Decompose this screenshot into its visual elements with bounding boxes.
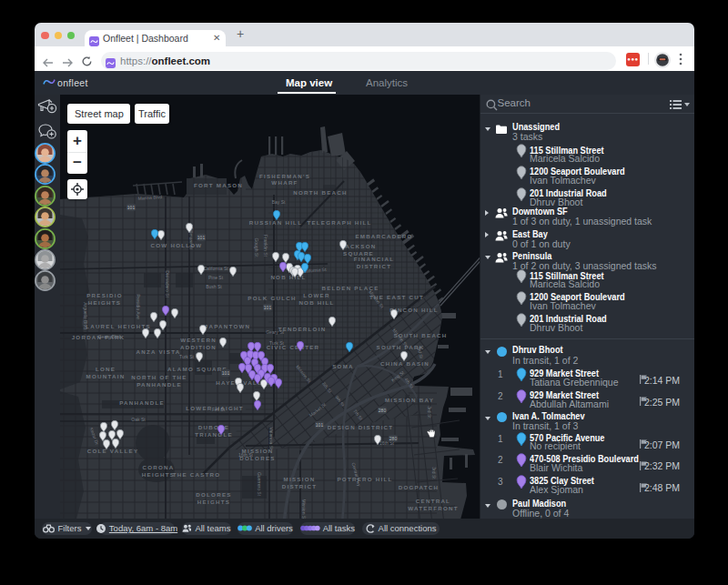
- svg-text:DISTRICT: DISTRICT: [357, 263, 392, 269]
- svg-text:101: 101: [197, 235, 206, 240]
- svg-text:280: 280: [389, 436, 398, 441]
- svg-text:TRIANGLE: TRIANGLE: [195, 431, 233, 438]
- svg-text:Bay St: Bay St: [272, 199, 286, 205]
- svg-text:FISHERMAN'S: FISHERMAN'S: [259, 173, 310, 179]
- svg-text:Geary St: Geary St: [266, 329, 284, 335]
- svg-text:DUBOCE: DUBOCE: [198, 424, 229, 430]
- svg-text:Franklin St: Franklin St: [263, 235, 268, 257]
- svg-text:RUSSIAN HILL: RUSSIAN HILL: [249, 219, 302, 226]
- svg-text:3rd St: 3rd St: [427, 406, 432, 419]
- svg-text:POLK GULCH: POLK GULCH: [248, 295, 296, 301]
- svg-text:MISSION BAY: MISSION BAY: [385, 397, 434, 403]
- svg-text:16th St: 16th St: [238, 452, 253, 458]
- svg-text:HEIGHTS: HEIGHTS: [142, 471, 175, 478]
- svg-text:MISSION: MISSION: [284, 476, 316, 482]
- svg-text:LONE: LONE: [96, 366, 116, 372]
- svg-text:EMBARCADERO: EMBARCADERO: [355, 233, 412, 239]
- svg-text:Fell St: Fell St: [212, 407, 226, 412]
- svg-text:NORTH BEACH: NORTH BEACH: [293, 189, 347, 196]
- svg-text:Divisadero St: Divisadero St: [165, 270, 170, 298]
- svg-text:LAUREL HEIGHTS: LAUREL HEIGHTS: [86, 323, 151, 329]
- svg-text:FINANCIAL: FINANCIAL: [354, 256, 395, 262]
- svg-text:HEIGHTS: HEIGHTS: [197, 499, 230, 505]
- svg-text:101: 101: [316, 422, 324, 428]
- svg-text:Turk St: Turk St: [179, 354, 195, 359]
- svg-text:Geary Blvd: Geary Blvd: [98, 334, 121, 339]
- svg-text:Bush St: Bush St: [206, 284, 222, 289]
- svg-text:WHARF: WHARF: [271, 179, 298, 186]
- svg-text:SOMA: SOMA: [332, 363, 354, 369]
- svg-text:Oak St: Oak St: [131, 417, 146, 422]
- svg-text:DOGPATCH: DOGPATCH: [399, 484, 440, 490]
- svg-text:Arguello Blvd: Arguello Blvd: [83, 302, 88, 329]
- svg-text:Gough St: Gough St: [254, 237, 259, 257]
- svg-text:TELEGRAPH HILL: TELEGRAPH HILL: [307, 219, 371, 226]
- svg-text:COLE VALLEY: COLE VALLEY: [87, 448, 139, 454]
- svg-text:LOWER: LOWER: [303, 292, 329, 298]
- svg-text:THE CASTRO: THE CASTRO: [173, 471, 221, 478]
- svg-text:Presidio Ave: Presidio Ave: [136, 294, 141, 319]
- svg-text:California St: California St: [203, 266, 228, 271]
- svg-text:ALAMO SQUARE: ALAMO SQUARE: [167, 366, 228, 372]
- svg-text:NORTH OF THE: NORTH OF THE: [131, 374, 187, 380]
- svg-text:CENTRAL: CENTRAL: [416, 498, 450, 504]
- svg-text:101: 101: [264, 305, 272, 310]
- svg-text:CORONA: CORONA: [143, 464, 175, 470]
- svg-text:ANZA VISTA: ANZA VISTA: [136, 348, 181, 355]
- svg-text:Turk St: Turk St: [269, 340, 285, 346]
- svg-text:MOUNTAIN: MOUNTAIN: [86, 373, 126, 379]
- svg-text:PANHANDLE: PANHANDLE: [119, 399, 165, 406]
- svg-text:PANHANDLE: PANHANDLE: [136, 381, 182, 388]
- svg-text:WATERFRONT: WATERFRONT: [408, 505, 459, 511]
- svg-text:101: 101: [127, 205, 136, 210]
- svg-text:PRESIDIO: PRESIDIO: [86, 292, 123, 298]
- svg-text:POTRERO HILL: POTRERO HILL: [337, 476, 392, 482]
- svg-text:NOB HILL: NOB HILL: [298, 299, 334, 306]
- svg-text:Pine St: Pine St: [208, 275, 224, 280]
- svg-text:CHINA BASIN: CHINA BASIN: [380, 360, 430, 367]
- svg-text:FORT MASON: FORT MASON: [194, 182, 243, 188]
- svg-text:JAPANTOWN: JAPANTOWN: [205, 323, 251, 329]
- svg-text:280: 280: [379, 408, 387, 413]
- svg-text:DESIGN DISTRICT: DESIGN DISTRICT: [328, 424, 394, 430]
- svg-text:Valencia St: Valencia St: [268, 428, 274, 451]
- svg-text:HEIGHTS: HEIGHTS: [88, 299, 121, 306]
- svg-text:Mission St: Mission St: [301, 499, 307, 519]
- svg-text:101: 101: [222, 370, 230, 376]
- svg-text:3rd St: 3rd St: [431, 467, 437, 479]
- svg-text:WESTERN: WESTERN: [180, 337, 217, 343]
- svg-text:TENDERLOIN: TENDERLOIN: [278, 326, 327, 332]
- svg-text:Guerrero St: Guerrero St: [257, 472, 262, 497]
- svg-text:DOLORES: DOLORES: [196, 491, 231, 498]
- svg-text:DISTRICT: DISTRICT: [282, 483, 318, 489]
- svg-text:ADDITION: ADDITION: [180, 344, 217, 350]
